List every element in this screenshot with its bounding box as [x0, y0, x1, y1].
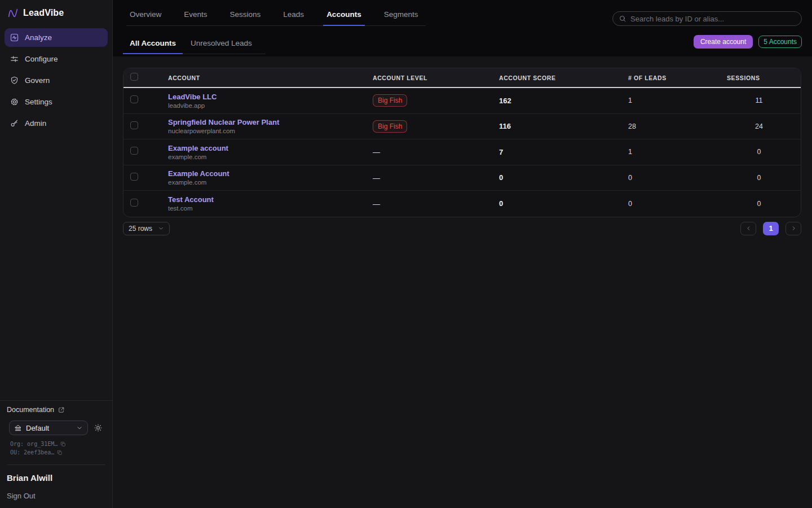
account-domain: example.com	[168, 154, 363, 160]
org-id: Org: org_31EM…	[10, 441, 58, 447]
tab-overview[interactable]: Overview	[126, 10, 165, 26]
sun-icon	[94, 423, 103, 432]
chevron-down-icon	[76, 424, 83, 431]
account-domain: example.com	[168, 179, 363, 186]
subtab-unresolved-leads[interactable]: Unresolved Leads	[184, 39, 259, 54]
app-root: LeadVibe Analyze Configure	[0, 0, 812, 508]
sidebar-item-govern[interactable]: Govern	[5, 71, 108, 90]
user-name: Brian Alwill	[0, 465, 112, 483]
sidebar-item-settings[interactable]: Settings	[5, 93, 108, 111]
primary-tabs: Overview Events Sessions Leads Accounts …	[126, 10, 426, 26]
sessions-count-value: 24	[717, 122, 801, 130]
tab-sessions[interactable]: Sessions	[227, 10, 264, 26]
select-all-checkbox[interactable]	[130, 73, 138, 81]
page-controls: 1	[740, 222, 801, 235]
table-row[interactable]: Test Account test.com — 0 0 0	[123, 191, 801, 217]
leads-count-value: 0	[619, 200, 717, 208]
row-checkbox[interactable]	[130, 121, 138, 129]
row-checkbox[interactable]	[130, 173, 138, 181]
secondary-tabs: All Accounts Unresolved Leads	[123, 39, 266, 54]
table-row[interactable]: LeadVibe LLC leadvibe.app Big Fish 162 1…	[123, 88, 801, 114]
account-name-link[interactable]: LeadVibe LLC	[168, 93, 363, 101]
account-cell: LeadVibe LLC leadvibe.app	[158, 93, 363, 109]
account-name-link[interactable]: Test Account	[168, 195, 363, 204]
column-header-sessions[interactable]: Sessions	[717, 75, 801, 81]
column-header-account-level[interactable]: Account Level	[363, 75, 489, 81]
sidebar-item-configure[interactable]: Configure	[5, 50, 108, 68]
sidebar-item-label: Analyze	[25, 33, 52, 42]
sessions-count-value: 0	[717, 174, 801, 182]
building-icon	[14, 424, 22, 432]
documentation-label: Documentation	[7, 406, 54, 414]
column-header-account-score[interactable]: Account Score	[489, 75, 619, 81]
sidebar-nav: Analyze Configure Govern	[0, 25, 112, 136]
leads-count-value: 1	[619, 148, 717, 156]
table-row[interactable]: Example account example.com — 7 1 0	[123, 139, 801, 165]
table-header-row: Account Account Level Account Score # of…	[123, 68, 801, 88]
external-link-icon	[58, 406, 65, 414]
account-level-empty: —	[373, 148, 380, 156]
next-page-button[interactable]	[785, 222, 801, 235]
tab-leads[interactable]: Leads	[280, 10, 307, 26]
app-title: LeadVibe	[23, 8, 64, 18]
chevron-right-icon	[791, 225, 797, 231]
ou-id-line: OU: 2eef3bea…	[10, 449, 105, 456]
leadvibe-logo-icon	[7, 7, 19, 19]
sidebar-item-analyze[interactable]: Analyze	[5, 28, 108, 47]
accounts-count-badge: 5 Accounts	[758, 36, 802, 48]
account-level-empty: —	[373, 174, 380, 182]
current-page-button[interactable]: 1	[763, 222, 779, 235]
sessions-count-value: 11	[717, 97, 801, 104]
environment-value: Default	[26, 424, 72, 432]
row-checkbox[interactable]	[130, 199, 138, 207]
sessions-count-value: 0	[717, 200, 801, 208]
toolbar-actions: Create account 5 Accounts	[694, 35, 802, 54]
table-row[interactable]: Example Account example.com — 0 0 0	[123, 165, 801, 191]
create-account-button[interactable]: Create account	[694, 35, 753, 49]
account-name-link[interactable]: Example account	[168, 144, 363, 152]
sidebar-item-label: Govern	[25, 76, 50, 85]
sliders-icon	[10, 54, 19, 64]
account-score-value: 162	[489, 97, 619, 105]
accounts-table: Account Account Level Account Score # of…	[123, 68, 801, 217]
row-checkbox[interactable]	[130, 95, 138, 103]
rows-per-page-select[interactable]: 25 rows	[123, 222, 170, 235]
table-row[interactable]: Springfield Nuclear Power Plant nuclearp…	[123, 114, 801, 140]
shield-check-icon	[10, 76, 19, 85]
tab-segments[interactable]: Segments	[381, 10, 422, 26]
sidebar-item-admin[interactable]: Admin	[5, 114, 108, 133]
content-area: Account Account Level Account Score # of…	[113, 56, 812, 508]
copy-icon[interactable]	[60, 441, 66, 447]
column-header-account[interactable]: Account	[158, 75, 363, 81]
theme-toggle[interactable]	[94, 423, 103, 432]
header-checkbox-cell	[123, 73, 158, 83]
account-level-badge: Big Fish	[373, 120, 407, 133]
previous-page-button[interactable]	[740, 222, 756, 235]
search-bar	[612, 11, 802, 26]
leads-count-value: 1	[619, 97, 717, 104]
account-name-link[interactable]: Example Account	[168, 169, 363, 178]
environment-select[interactable]: Default	[9, 421, 88, 435]
subtab-all-accounts[interactable]: All Accounts	[123, 39, 183, 54]
account-domain: nuclearpowerplant.com	[168, 128, 363, 134]
tab-accounts[interactable]: Accounts	[323, 10, 365, 26]
sign-out-link[interactable]: Sign Out	[0, 483, 112, 508]
sidebar-item-label: Admin	[25, 119, 46, 128]
documentation-link[interactable]: Documentation	[0, 401, 112, 417]
chevron-left-icon	[745, 225, 752, 231]
account-cell: Example account example.com	[158, 144, 363, 160]
account-name-link[interactable]: Springfield Nuclear Power Plant	[168, 118, 363, 126]
tab-events[interactable]: Events	[180, 10, 210, 26]
search-icon	[619, 15, 626, 23]
account-cell: Springfield Nuclear Power Plant nuclearp…	[158, 118, 363, 134]
account-domain: test.com	[168, 205, 363, 212]
top-header: Overview Events Sessions Leads Accounts …	[113, 0, 812, 56]
row-checkbox[interactable]	[130, 147, 138, 155]
leads-count-value: 28	[619, 122, 717, 130]
search-input[interactable]	[630, 15, 796, 23]
sidebar-item-label: Settings	[25, 98, 52, 106]
column-header-leads[interactable]: # of Leads	[619, 75, 717, 81]
copy-icon[interactable]	[57, 450, 63, 456]
chevron-down-icon	[158, 225, 164, 231]
app-logo[interactable]: LeadVibe	[0, 0, 112, 25]
